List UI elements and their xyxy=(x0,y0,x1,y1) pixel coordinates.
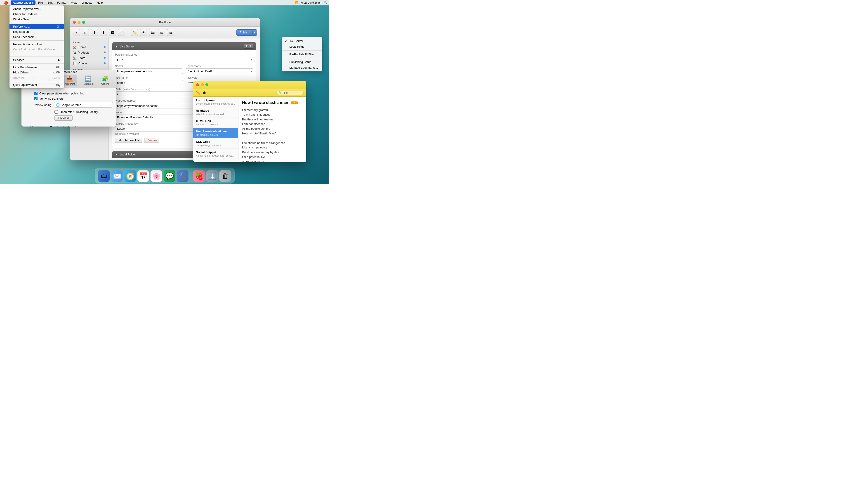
delete-btn[interactable]: 🗑 xyxy=(82,29,89,36)
note-item-gratitude[interactable]: Gratitude What they undertook to do xyxy=(193,107,238,118)
menu-hide-rw[interactable]: Hide RapidWeaver ⌘H xyxy=(9,65,64,70)
sidebar-contact-label: Contact xyxy=(79,62,89,65)
local-expand-icon[interactable]: ▼ xyxy=(115,153,118,156)
publish-dropdown-arrow[interactable]: ▾ xyxy=(253,29,257,36)
open-after-checkbox[interactable] xyxy=(55,110,58,113)
pub-live-server[interactable]: ✓ Live Server xyxy=(282,38,322,44)
search-icon[interactable]: 🔍 xyxy=(324,1,327,4)
pub-republish-all[interactable]: Re-Publish All Files xyxy=(282,52,322,57)
pages-btn[interactable]: ▤ xyxy=(158,29,165,36)
dock-photos[interactable]: 🌸 xyxy=(151,170,162,182)
preview-browser-wrap: 🌐 Google Chrome ▾ xyxy=(54,102,113,107)
preview-browser-select[interactable]: 🌐 Google Chrome xyxy=(54,102,113,107)
dock-finder[interactable]: 🗂 xyxy=(98,170,110,182)
note-item-elastic[interactable]: How I wrote elastic man I'm eternally gr… xyxy=(193,128,238,138)
menu-hide-others[interactable]: Hide Others ⌥⌘H xyxy=(9,70,64,75)
publishing-method-select[interactable]: FTP xyxy=(115,57,253,62)
menu-services[interactable]: Services ▶ xyxy=(9,57,64,63)
note-item-css[interactable]: CSS Code .navigation_container { xyxy=(193,138,238,149)
pub-local-folder[interactable]: Local Folder xyxy=(282,44,322,50)
dock-downloads[interactable]: ⬇️ xyxy=(206,170,218,182)
prefs-icon-updates[interactable]: 🔄 Updates xyxy=(82,74,95,86)
connections-col: Connections 6 – Lightning Fast! ▾ xyxy=(186,65,253,74)
live-server-edit-btn[interactable]: Edit xyxy=(244,44,253,48)
menu-format[interactable]: Format xyxy=(55,0,68,5)
note-item-htmllink[interactable]: HTML Link <a href="">Link</a> xyxy=(193,118,238,128)
clear-status-label: Clear page status when publishing xyxy=(39,92,84,95)
enable-logging-checkbox[interactable] xyxy=(45,126,49,127)
note-item-social[interactable]: Social Snippet <meta name="twitter:card"… xyxy=(193,149,238,159)
minimize-button[interactable] xyxy=(78,21,81,24)
notes-delete-btn[interactable]: 🗑 xyxy=(203,91,206,95)
menu-feedback[interactable]: Send Feedback... xyxy=(9,34,64,39)
remove-btn[interactable]: Remove xyxy=(144,138,159,143)
note-preview-htmllink: <a href="">Link</a> xyxy=(196,123,236,126)
menu-preferences[interactable]: Preferences... ⌘, xyxy=(9,24,64,29)
move-up-btn[interactable]: ⬆ xyxy=(91,29,98,36)
prefs-icon-addons[interactable]: 🧩 Addons xyxy=(99,74,111,86)
store-dot xyxy=(104,57,105,59)
publish-button[interactable]: Publish xyxy=(236,29,253,36)
menu-file[interactable]: File xyxy=(36,0,45,5)
close-button[interactable] xyxy=(73,21,76,24)
notes-maximize[interactable] xyxy=(206,84,209,86)
menu-about[interactable]: About RapidWeaver... xyxy=(9,6,64,11)
dock-safari[interactable]: 🧭 xyxy=(124,170,136,182)
sidebar-item-store[interactable]: 🏪 Store xyxy=(70,55,108,61)
pub-publishing-setup[interactable]: Publishing Setup... xyxy=(282,59,322,65)
dock: 🗂 ✉️ 🧭 📅 🌸 💬 🔨 🍓 ⬇️ 🗑 xyxy=(95,168,235,184)
preview-using-row: Preview Using: 🌐 Google Chrome ▾ xyxy=(25,102,113,107)
menu-quit[interactable]: Quit RapidWeaver ⌘Q xyxy=(9,82,64,88)
notes-minimize[interactable] xyxy=(201,84,204,86)
maximize-button[interactable] xyxy=(82,21,85,24)
menu-help[interactable]: Help xyxy=(95,0,105,5)
dock-trash[interactable]: 🗑 xyxy=(219,170,231,182)
split-btn[interactable]: ⊟ xyxy=(167,29,174,36)
preview-btn-toolbar[interactable]: 👁 xyxy=(140,29,147,36)
server-input[interactable] xyxy=(115,68,183,74)
username-input[interactable] xyxy=(115,80,183,86)
menu-check-updates[interactable]: Check for Updates... xyxy=(9,11,64,17)
apple-menu[interactable]: 🍎 xyxy=(2,0,10,5)
menu-reveal-addons[interactable]: Reveal Addons Folder xyxy=(9,41,64,47)
snippet-btn[interactable]: 📄 xyxy=(118,29,125,36)
password-label: Password xyxy=(186,76,253,79)
move-down-btn[interactable]: ⬇ xyxy=(100,29,107,36)
pub-local-folder-label: Local Folder xyxy=(289,45,306,48)
menu-whats-new[interactable]: What's New xyxy=(9,17,64,22)
preview-button[interactable]: Preview xyxy=(55,116,72,121)
sidebar-item-products[interactable]: 🛍 Products xyxy=(70,50,108,55)
server-label: Server xyxy=(115,65,183,68)
note-item-lorem[interactable]: Lorum Ipsum Lorem ipsum dolor sit amet, … xyxy=(193,97,238,107)
media-btn[interactable]: 🖼 xyxy=(109,29,116,36)
prefs-icon-publishing[interactable]: 📤 Publishing xyxy=(62,74,77,86)
note-title-gratitude: Gratitude xyxy=(196,109,236,112)
sidebar-item-contact[interactable]: 📋 Contact xyxy=(70,61,108,66)
screenshot-btn[interactable]: 📷 xyxy=(149,29,156,36)
notes-add-btn[interactable]: ✏️ xyxy=(196,90,201,95)
edit-btn[interactable]: ✏️ xyxy=(131,29,138,36)
dock-fraise[interactable]: 🍓 xyxy=(193,170,205,182)
dock-rapidweaver[interactable]: 🔨 xyxy=(177,170,188,182)
dock-calendar[interactable]: 📅 xyxy=(137,170,149,182)
dock-mail[interactable]: ✉️ xyxy=(111,170,123,182)
notes-close[interactable] xyxy=(196,84,199,86)
expand-icon[interactable]: ▼ xyxy=(115,45,118,48)
dock-messages[interactable]: 💬 xyxy=(164,170,176,182)
menu-rapidweaver[interactable]: RapidWeaver 8 xyxy=(11,0,35,5)
menu-window[interactable]: Window xyxy=(80,0,94,5)
app-dropdown-menu: About RapidWeaver... Check for Updates..… xyxy=(9,5,64,88)
sidebar-item-home[interactable]: 🏠 Home xyxy=(70,44,108,50)
connections-select[interactable]: 6 – Lightning Fast! xyxy=(186,68,253,74)
menu-copy-addons: Copy Addons from RapidWeaver 7... xyxy=(9,47,64,55)
clear-status-checkbox[interactable] xyxy=(34,92,37,95)
menu-view[interactable]: View xyxy=(69,0,79,5)
menu-registration[interactable]: Registration... xyxy=(9,29,64,34)
edit-htaccess-btn[interactable]: Edit .htaccess File xyxy=(115,138,142,143)
notes-search-input[interactable] xyxy=(283,91,303,94)
verify-transfers-checkbox[interactable] xyxy=(34,97,37,100)
menu-show-all: Show All ⌥⌘W xyxy=(9,75,64,80)
add-page-btn[interactable]: + xyxy=(73,29,80,36)
pub-manage-bookmarks[interactable]: Manage Bookmarks... xyxy=(282,65,322,70)
menu-edit[interactable]: Edit xyxy=(46,0,54,5)
